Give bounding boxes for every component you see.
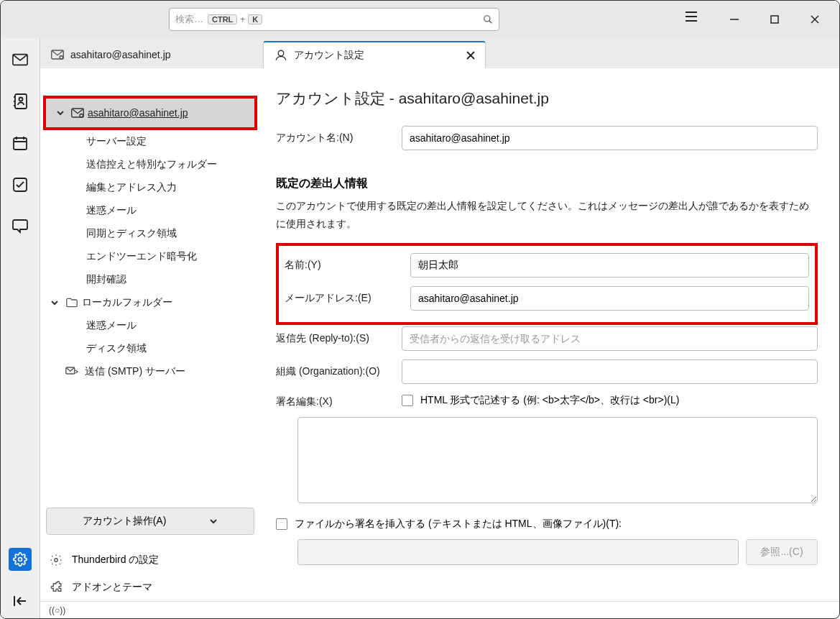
thunderbird-settings-link[interactable]: Thunderbird の設定 [46,546,254,574]
svg-point-28 [80,114,83,118]
svg-point-20 [19,558,22,561]
sidebar-local-junk[interactable]: 迷惑メール [40,314,260,337]
tasks-space-icon[interactable] [9,173,32,196]
email-label: メールアドレス:(E) [285,292,410,305]
your-name-field[interactable] [410,253,809,278]
svg-point-0 [484,16,490,22]
your-name-label: 名前:(Y) [285,259,410,272]
chat-space-icon[interactable] [9,215,32,238]
puzzle-icon [49,581,63,594]
address-book-space-icon[interactable] [9,90,32,113]
collapse-spaces-icon[interactable] [9,590,32,613]
identity-heading: 既定の差出人情報 [276,176,818,191]
chevron-down-icon [53,109,68,117]
gear-icon [49,554,63,567]
account-actions-button[interactable]: アカウント操作(A) [46,508,254,535]
svg-rect-6 [771,16,778,23]
app-menu-button[interactable] [683,8,700,25]
organization-field[interactable] [402,359,818,384]
svg-point-14 [19,98,23,101]
sidebar-copies-folders[interactable]: 送信控えと特別なフォルダー [40,153,260,176]
file-signature-label: ファイルから署名を挿入する (テキストまたは HTML、画像ファイル)(T): [295,518,622,531]
kbd-ctrl: CTRL [208,14,237,24]
account-tab-label: asahitaro@asahinet.jp [70,49,171,60]
chevron-down-icon [47,298,62,307]
settings-space-icon[interactable] [9,548,32,571]
sidebar-e2e-encryption[interactable]: エンドツーエンド暗号化 [40,245,260,268]
settings-tab-label: アカウント設定 [294,49,364,62]
signature-file-field[interactable] [297,539,739,565]
account-mail-tab[interactable]: asahitaro@asahinet.jp [40,41,263,68]
sidebar-return-receipts[interactable]: 開封確認 [40,268,260,291]
svg-point-24 [278,50,284,56]
window-close-button[interactable] [803,8,826,31]
local-folders-label: ローカルフォルダー [82,296,172,309]
svg-point-23 [60,56,63,60]
window-maximize-button[interactable] [763,8,786,31]
chevron-down-icon [209,517,218,526]
mail-space-icon[interactable] [9,48,32,71]
signature-textarea[interactable] [297,417,818,503]
sidebar-compose-addressing[interactable]: 編集とアドレス入力 [40,176,260,199]
file-signature-checkbox[interactable] [276,518,287,530]
reply-to-label: 返信先 (Reply-to):(S) [276,332,402,345]
svg-rect-15 [14,138,27,150]
search-icon [483,14,493,24]
signature-label: 署名編集:(X) [276,393,402,408]
account-name-field[interactable] [402,126,818,150]
addons-themes-link[interactable]: アドオンとテーマ [46,574,254,601]
close-tab-icon[interactable] [394,51,475,60]
outgoing-icon [65,367,79,377]
browse-button[interactable]: 参照...(C) [746,539,818,565]
mail-account-icon [50,50,65,60]
search-placeholder: 検索… [175,13,203,26]
sidebar-account-label: asahitaro@asahinet.jp [88,107,188,119]
svg-line-1 [489,21,492,24]
identity-highlight-box: 名前:(Y) メールアドレス:(E) [276,243,818,325]
sidebar-sync-disk[interactable]: 同期とディスク領域 [40,222,260,245]
kbd-k: K [248,14,262,24]
sidebar-outgoing-smtp[interactable]: 送信 (SMTP) サーバー [40,360,260,383]
page-title: アカウント設定 - asahitaro@asahinet.jp [276,88,818,109]
sidebar-local-disk[interactable]: ディスク領域 [40,337,260,360]
signature-html-label: HTML 形式で記述する (例: <b>太字</b>、改行は <br>)(L) [420,394,679,407]
identity-description: このアカウントで使用する既定の差出人情報を設定してください。これはメッセージの差… [276,197,818,233]
mail-account-icon [70,108,85,118]
sidebar-server-settings[interactable]: サーバー設定 [40,130,260,153]
sidebar-junk[interactable]: 迷惑メール [40,199,260,222]
signature-html-checkbox[interactable] [402,395,413,406]
account-actions-label: アカウント操作(A) [83,515,167,528]
sidebar-local-folders-header[interactable]: ローカルフォルダー [40,291,260,314]
account-name-label: アカウント名:(N) [276,132,402,145]
folder-icon [65,298,79,308]
sidebar-account-header[interactable]: asahitaro@asahinet.jp [43,96,257,130]
email-field[interactable] [410,286,809,311]
account-settings-icon [274,49,288,62]
sync-status-icon: ((○)) [49,605,65,615]
global-search[interactable]: 検索… CTRL + K [169,8,499,31]
window-minimize-button[interactable] [723,8,746,31]
svg-point-30 [55,559,58,562]
organization-label: 組織 (Organization):(O) [276,365,402,378]
calendar-space-icon[interactable] [9,132,32,155]
account-settings-tab[interactable]: アカウント設定 [263,41,486,68]
reply-to-field[interactable] [402,326,818,351]
